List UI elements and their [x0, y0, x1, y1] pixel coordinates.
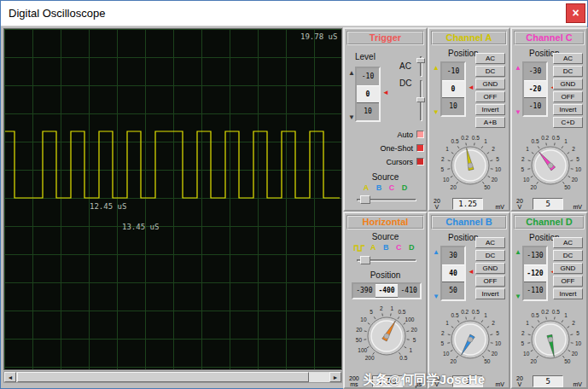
auto-button[interactable]: Auto — [348, 131, 413, 139]
position-down-icon[interactable]: ▼ — [515, 109, 521, 116]
scroll-left-icon[interactable]: ◄ — [4, 372, 16, 382]
mode-ac[interactable]: AC — [553, 53, 583, 64]
mode-selector: AC DC GND OFF Invert — [475, 237, 505, 299]
mode-invert[interactable]: Invert — [475, 104, 505, 115]
level-down-icon[interactable]: ▼ — [348, 114, 355, 121]
slider-thumb[interactable] — [360, 256, 370, 264]
mode-gnd[interactable]: GND — [475, 78, 505, 90]
mode-off[interactable]: OFF — [475, 276, 505, 287]
mode-dc[interactable]: DC — [553, 250, 583, 261]
coupling-ac-label[interactable]: AC — [399, 61, 411, 71]
gain-value: 5 — [533, 198, 563, 210]
horizontal-source-slider[interactable] — [357, 255, 416, 265]
gain-knob[interactable]: 20105210.50.20.5125102050 — [432, 131, 509, 198]
channel-c-panel: Channel C Position ▲ ▼ -30 -20 -10 ◄ AC … — [510, 27, 588, 212]
level-thumbwheel[interactable]: -10 0 10 — [355, 67, 381, 122]
knob-min-unit: V — [516, 381, 523, 387]
mode-off[interactable]: OFF — [475, 91, 505, 102]
slider-thumb[interactable] — [416, 97, 425, 102]
timebase-knob[interactable]: 2001005020105210.510020510.5 — [348, 302, 425, 369]
position-value-current: 0 — [442, 80, 464, 98]
gain-knob[interactable]: 20105210.50.20.5125102050 — [512, 131, 588, 198]
svg-text:20: 20 — [531, 184, 538, 190]
slider-thumb[interactable] — [416, 58, 425, 63]
svg-text:0.2: 0.2 — [541, 309, 549, 315]
svg-text:100: 100 — [358, 347, 367, 353]
coupling-dc-slider[interactable] — [416, 80, 425, 121]
level-pointer-icon: ◄ — [382, 90, 389, 96]
position-up-icon[interactable]: ▲ — [515, 65, 521, 72]
gain-value: 5 — [533, 375, 563, 387]
position-label: Position — [345, 270, 426, 280]
mode-selector: AC DC GND OFF Invert C+D — [553, 53, 583, 128]
position-up-icon[interactable]: ▲ — [433, 65, 440, 72]
svg-text:5: 5 — [576, 156, 579, 162]
cursor-label-1: 12.45 uS — [90, 202, 126, 211]
svg-text:0.5: 0.5 — [472, 135, 480, 141]
mode-invert[interactable]: Invert — [475, 288, 505, 299]
gain-knob[interactable]: 20105210.50.20.5125102050 — [512, 305, 588, 372]
position-up-icon[interactable]: ▲ — [433, 249, 440, 256]
mode-c-plus-d[interactable]: C+D — [553, 117, 583, 128]
horizontal-position-thumbwheel[interactable]: -390 -400 -410 — [352, 282, 422, 299]
position-up-icon[interactable]: ▲ — [515, 249, 521, 256]
position-thumbwheel[interactable]: -30 -20 -10 — [522, 61, 548, 117]
position-thumbwheel[interactable]: 30 40 50 — [440, 246, 466, 301]
position-thumbwheel[interactable]: -130 -120 -110 — [522, 246, 548, 301]
coupling-dc-label[interactable]: DC — [399, 78, 411, 88]
position-thumbwheel[interactable]: -10 0 10 — [440, 61, 466, 117]
svg-text:2: 2 — [380, 305, 383, 311]
position-down-icon[interactable]: ▼ — [433, 293, 440, 300]
channel-a-title: Channel A — [431, 31, 507, 45]
svg-text:2: 2 — [521, 156, 525, 162]
svg-text:20: 20 — [492, 177, 498, 183]
scroll-right-icon[interactable]: ► — [329, 372, 341, 382]
horizontal-title: Horizontal — [346, 215, 424, 229]
position-value-current: -400 — [376, 284, 399, 298]
mode-gnd[interactable]: GND — [553, 78, 583, 90]
gain-knob[interactable]: 20105210.50.20.5125102050 — [432, 305, 509, 372]
mode-gnd[interactable]: GND — [475, 263, 505, 274]
svg-text:0.5: 0.5 — [552, 309, 560, 315]
svg-text:50: 50 — [564, 184, 571, 190]
close-button[interactable]: × — [566, 3, 585, 23]
svg-text:5: 5 — [496, 156, 499, 162]
scrollbar-thumb[interactable] — [17, 372, 309, 382]
level-up-icon[interactable]: ▲ — [348, 70, 355, 77]
source-d-label: D — [402, 183, 408, 192]
mode-invert[interactable]: Invert — [553, 288, 583, 299]
position-value-current: -120 — [524, 264, 546, 282]
mode-off[interactable]: OFF — [553, 91, 583, 102]
mode-ac[interactable]: AC — [475, 53, 505, 64]
position-down-icon[interactable]: ▼ — [515, 293, 521, 300]
svg-text:2: 2 — [492, 320, 495, 326]
svg-text:200: 200 — [365, 355, 375, 361]
svg-text:1: 1 — [526, 146, 529, 152]
mode-a-plus-b[interactable]: A+B — [475, 117, 505, 128]
position-value-current: 40 — [442, 264, 464, 282]
slider-thumb[interactable] — [360, 195, 370, 204]
one-shot-button[interactable]: One-Shot — [348, 144, 413, 153]
horizontal-scrollbar[interactable]: ◄ ► — [3, 371, 342, 383]
level-label: Level — [355, 52, 376, 61]
channel-d-panel: Channel D Position ▲ ▼ -130 -120 -110 ◄ … — [510, 212, 588, 389]
mode-ac[interactable]: AC — [553, 237, 583, 248]
mode-ac[interactable]: AC — [475, 237, 505, 248]
trigger-source-slider[interactable] — [357, 194, 416, 205]
cursors-button[interactable]: Cursors — [348, 158, 413, 166]
mode-off[interactable]: OFF — [553, 276, 583, 287]
svg-text:2: 2 — [572, 320, 575, 326]
waveform-trace — [4, 29, 341, 369]
coupling-ac-slider[interactable] — [416, 56, 425, 77]
mode-dc[interactable]: DC — [475, 66, 505, 77]
mode-gnd[interactable]: GND — [553, 263, 583, 274]
position-value-current: -20 — [524, 80, 546, 98]
oscilloscope-screen[interactable]: 19.78 uS 12.45 uS 13.45 uS — [3, 28, 342, 370]
mode-invert[interactable]: Invert — [553, 104, 583, 115]
mode-dc[interactable]: DC — [475, 250, 505, 261]
svg-text:1: 1 — [484, 312, 487, 318]
position-down-icon[interactable]: ▼ — [433, 109, 440, 116]
mode-dc[interactable]: DC — [553, 66, 583, 77]
svg-text:50: 50 — [356, 337, 363, 343]
svg-text:0.5: 0.5 — [532, 312, 539, 318]
